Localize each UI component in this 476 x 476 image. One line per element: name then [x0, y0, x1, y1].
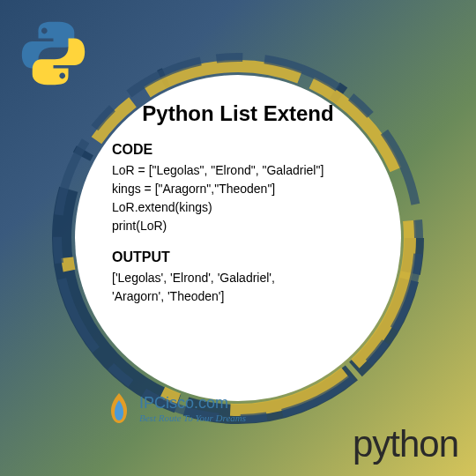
- brand-name: IPCisco.com: [139, 394, 246, 413]
- brand-text: IPCisco.com Best Route To Your Dreams: [139, 394, 246, 423]
- code-line: LoR = ["Legolas", "Elrond", "Galadriel"]: [112, 161, 324, 180]
- output-line: 'Aragorn', 'Theoden']: [112, 287, 275, 306]
- code-line: LoR.extend(kings): [112, 198, 324, 217]
- output-block: ['Legolas', 'Elrond', 'Galadriel', 'Arag…: [112, 269, 275, 306]
- flame-icon: [106, 391, 132, 425]
- code-line: kings = ["Aragorn","Theoden"]: [112, 180, 324, 198]
- page-title: Python List Extend: [142, 101, 333, 126]
- python-footer-text: python: [353, 423, 458, 465]
- brand-tagline: Best Route To Your Dreams: [139, 413, 246, 423]
- code-block: LoR = ["Legolas", "Elrond", "Galadriel"]…: [112, 161, 324, 235]
- code-line: print(LoR): [112, 217, 324, 235]
- output-line: ['Legolas', 'Elrond', 'Galadriel',: [112, 269, 275, 287]
- content-area: Python List Extend CODE LoR = ["Legolas"…: [75, 75, 401, 401]
- output-label: OUTPUT: [112, 249, 170, 265]
- content-circle: Python List Extend CODE LoR = ["Legolas"…: [48, 48, 428, 428]
- code-label: CODE: [112, 142, 152, 158]
- brand-area: IPCisco.com Best Route To Your Dreams: [106, 391, 246, 425]
- python-logo-icon: [16, 16, 91, 91]
